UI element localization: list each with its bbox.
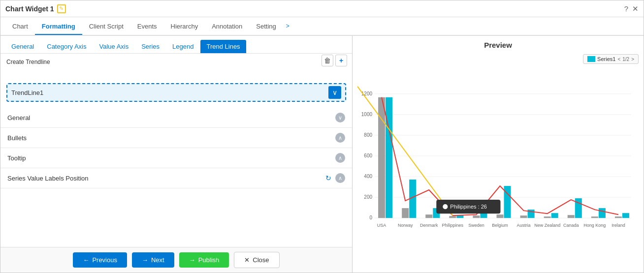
main-content: General Category Axis Value Axis Series … bbox=[0, 36, 644, 273]
accordion-general-right: ∨ bbox=[335, 113, 345, 122]
sub-tab-legend[interactable]: Legend bbox=[166, 40, 199, 53]
accordion-series-labels-header[interactable]: Series Value Labels Position ↻ ∧ bbox=[0, 168, 352, 188]
accordion-general: General ∨ bbox=[0, 108, 352, 128]
sub-tab-series[interactable]: Series bbox=[135, 40, 165, 53]
refresh-icon[interactable]: ↻ bbox=[325, 174, 331, 182]
svg-rect-32 bbox=[591, 216, 598, 218]
close-label: Close bbox=[253, 256, 269, 264]
sub-tab-category-axis[interactable]: Category Axis bbox=[41, 40, 92, 53]
svg-rect-26 bbox=[520, 215, 527, 218]
tab-hierarchy[interactable]: Hierarchy bbox=[164, 19, 205, 35]
legend-color-icon bbox=[587, 56, 595, 62]
legend-page: 1/2 bbox=[622, 57, 629, 62]
right-panel: Preview Series1 < 1/2 > 1200 1000 bbox=[353, 36, 644, 273]
svg-text:Philippines: Philippines bbox=[442, 223, 464, 228]
sub-tab-trend-lines[interactable]: Trend Lines bbox=[200, 40, 246, 53]
publish-label: Publish bbox=[198, 256, 220, 264]
footer: ← Previous → Next → Publish ✕ Close bbox=[0, 247, 352, 273]
svg-text:Hong Kong: Hong Kong bbox=[583, 223, 606, 228]
tab-setting[interactable]: Setting bbox=[249, 19, 283, 35]
accordion-series-labels: Series Value Labels Position ↻ ∧ bbox=[0, 168, 352, 188]
svg-rect-33 bbox=[599, 208, 606, 218]
svg-rect-31 bbox=[575, 198, 582, 218]
svg-text:400: 400 bbox=[364, 174, 372, 179]
accordion-general-label: General bbox=[7, 114, 30, 121]
trendline-expand-button[interactable]: ∨ bbox=[328, 86, 341, 99]
close-dialog-button[interactable]: ✕ bbox=[632, 4, 639, 13]
accordion-series-labels-right: ↻ ∧ bbox=[325, 173, 345, 183]
next-arrow: → bbox=[142, 256, 148, 264]
title-right: ? ✕ bbox=[624, 4, 639, 13]
accordion-series-labels-label: Series Value Labels Position bbox=[7, 175, 89, 182]
chart-svg: 1200 1000 800 600 400 200 0 bbox=[357, 68, 639, 273]
svg-text:0: 0 bbox=[369, 215, 372, 220]
svg-point-38 bbox=[443, 204, 448, 209]
accordion-list: General ∨ Bullets ∧ bbox=[0, 105, 352, 247]
legend-next-icon[interactable]: > bbox=[631, 57, 634, 62]
chart-area: 1200 1000 800 600 400 200 0 bbox=[357, 68, 639, 273]
svg-rect-18 bbox=[425, 214, 432, 218]
svg-text:USA: USA bbox=[377, 223, 386, 228]
delete-trendline-button[interactable]: 🗑 bbox=[322, 55, 333, 66]
svg-text:Philippines : 26: Philippines : 26 bbox=[450, 204, 487, 210]
close-button[interactable]: ✕ Close bbox=[234, 252, 279, 268]
close-x: ✕ bbox=[244, 256, 250, 264]
accordion-general-header[interactable]: General ∨ bbox=[0, 108, 352, 127]
legend-item: Series1 < 1/2 > bbox=[583, 54, 639, 64]
svg-rect-22 bbox=[473, 215, 480, 218]
dialog-title: Chart Widget 1 bbox=[5, 5, 54, 13]
svg-rect-34 bbox=[615, 216, 622, 218]
accordion-tooltip-chevron[interactable]: ∧ bbox=[335, 153, 345, 163]
accordion-series-labels-chevron[interactable]: ∧ bbox=[335, 173, 345, 183]
tab-annotation[interactable]: Annotation bbox=[205, 19, 249, 35]
tab-formatting[interactable]: Formatting bbox=[35, 19, 82, 35]
title-left: Chart Widget 1 ✎ bbox=[5, 4, 66, 13]
main-tabs-row: Chart Formatting Client Script Events Hi… bbox=[0, 17, 644, 36]
sub-tab-general[interactable]: General bbox=[5, 40, 40, 53]
next-button[interactable]: → Next bbox=[132, 252, 174, 268]
trendline-icons: 🗑 + bbox=[322, 55, 347, 66]
svg-text:Canada: Canada bbox=[563, 223, 579, 228]
legend-prev-icon[interactable]: < bbox=[617, 57, 620, 62]
tab-chart[interactable]: Chart bbox=[5, 19, 35, 35]
tab-more-button[interactable]: > bbox=[283, 21, 292, 31]
chart-widget-dialog: Chart Widget 1 ✎ ? ✕ Chart Formatting Cl… bbox=[0, 0, 644, 273]
svg-text:Denmark: Denmark bbox=[420, 223, 438, 228]
accordion-bullets-header[interactable]: Bullets ∧ bbox=[0, 128, 352, 148]
publish-button[interactable]: → Publish bbox=[179, 252, 229, 268]
prev-arrow: ← bbox=[83, 256, 89, 264]
legend-label: Series1 bbox=[597, 56, 615, 62]
accordion-tooltip-label: Tooltip bbox=[7, 154, 26, 162]
svg-text:Belgium: Belgium bbox=[492, 223, 508, 228]
svg-text:Norway: Norway bbox=[398, 223, 413, 228]
help-button[interactable]: ? bbox=[624, 4, 628, 13]
tab-events[interactable]: Events bbox=[130, 19, 164, 35]
svg-text:Austria: Austria bbox=[517, 223, 531, 228]
svg-text:New Zealand: New Zealand bbox=[534, 223, 560, 228]
previous-button[interactable]: ← Previous bbox=[73, 252, 127, 268]
trendline-section: Create Trendline 🗑 + TrendLine1 ∨ bbox=[0, 54, 352, 105]
svg-text:Sweden: Sweden bbox=[468, 223, 484, 228]
publish-arrow: → bbox=[189, 256, 195, 264]
preview-title: Preview bbox=[357, 41, 639, 49]
svg-text:800: 800 bbox=[364, 132, 372, 138]
title-bar: Chart Widget 1 ✎ ? ✕ bbox=[0, 0, 644, 17]
sub-tabs: General Category Axis Value Axis Series … bbox=[0, 36, 352, 54]
svg-text:Ireland: Ireland bbox=[612, 223, 625, 228]
sub-tab-value-axis[interactable]: Value Axis bbox=[93, 40, 134, 53]
accordion-general-chevron[interactable]: ∨ bbox=[335, 113, 345, 122]
tab-client-script[interactable]: Client Script bbox=[82, 19, 130, 35]
svg-rect-35 bbox=[622, 213, 629, 218]
accordion-bullets: Bullets ∧ bbox=[0, 128, 352, 148]
accordion-tooltip-right: ∧ bbox=[335, 153, 345, 163]
add-trendline-button[interactable]: + bbox=[335, 55, 347, 66]
svg-text:1000: 1000 bbox=[361, 112, 373, 117]
edit-title-icon[interactable]: ✎ bbox=[57, 4, 66, 13]
svg-rect-28 bbox=[544, 216, 551, 218]
svg-rect-15 bbox=[386, 97, 392, 218]
left-panel: General Category Axis Value Axis Series … bbox=[0, 36, 353, 273]
create-trendline-label: Create Trendline bbox=[6, 59, 346, 65]
accordion-tooltip-header[interactable]: Tooltip ∧ bbox=[0, 148, 352, 168]
accordion-bullets-chevron[interactable]: ∧ bbox=[335, 133, 345, 143]
trendline-box: TrendLine1 ∨ bbox=[6, 83, 346, 102]
